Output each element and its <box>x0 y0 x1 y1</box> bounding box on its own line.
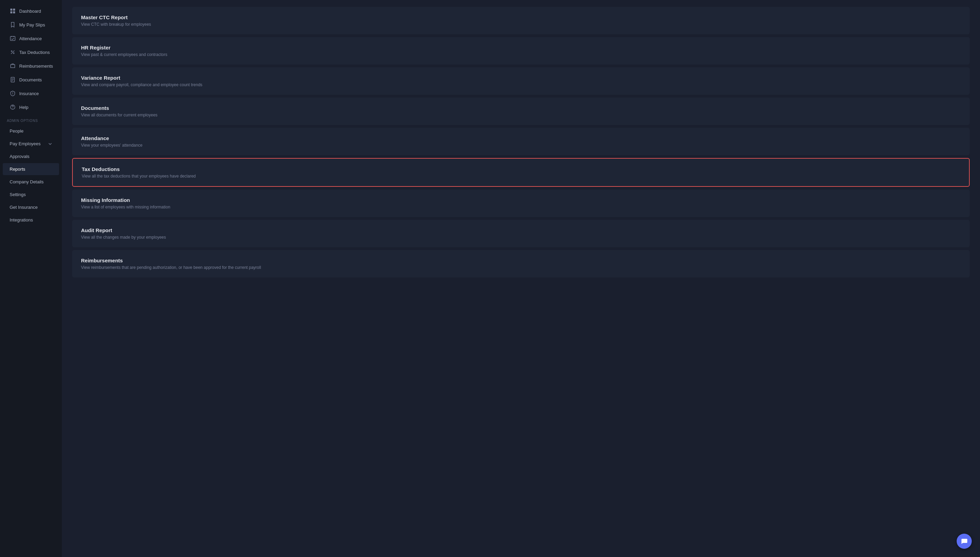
report-card-title-attendance: Attendance <box>81 135 961 141</box>
report-card-desc-attendance: View your employees' attendance <box>81 143 961 148</box>
report-card-desc-tax-deductions: View all the tax deductions that your em… <box>82 174 960 179</box>
sidebar-label-reports: Reports <box>10 166 25 172</box>
sidebar-nav-help[interactable]: Help <box>3 101 59 114</box>
report-card-desc-variance-report: View and compare payroll, compliance and… <box>81 82 961 87</box>
svg-line-8 <box>11 50 15 54</box>
svg-rect-1 <box>13 8 15 11</box>
svg-point-10 <box>13 53 15 54</box>
report-card-title-documents: Documents <box>81 105 961 111</box>
documents-icon <box>10 77 16 83</box>
svg-point-18 <box>12 108 13 109</box>
report-card-title-variance-report: Variance Report <box>81 75 961 81</box>
payslip-icon <box>10 22 16 28</box>
sidebar-label-pay-employees: Pay Employees <box>10 141 41 146</box>
report-card-title-master-ctc: Master CTC Report <box>81 15 961 20</box>
svg-rect-2 <box>10 11 12 13</box>
sidebar-label-my-pay-slips: My Pay Slips <box>19 22 45 28</box>
dashboard-icon <box>10 8 16 14</box>
report-card-reimbursements[interactable]: ReimbursementsView reimbursements that a… <box>72 250 970 277</box>
report-card-master-ctc[interactable]: Master CTC ReportView CTC with breakup f… <box>72 7 970 34</box>
report-card-desc-audit-report: View all the changes made by your employ… <box>81 235 961 240</box>
report-card-attendance[interactable]: AttendanceView your employees' attendanc… <box>72 128 970 155</box>
help-icon <box>10 104 16 110</box>
report-card-desc-hr-register: View past & current employees and contra… <box>81 52 961 57</box>
admin-section-label: ADMIN OPTIONS <box>0 114 62 125</box>
sidebar-nav-documents[interactable]: Documents <box>3 73 59 86</box>
report-card-title-tax-deductions: Tax Deductions <box>82 166 960 172</box>
svg-point-16 <box>12 94 13 94</box>
report-card-desc-reimbursements: View reimbursements that are pending aut… <box>81 265 961 270</box>
svg-rect-3 <box>13 11 15 13</box>
sidebar-label-settings: Settings <box>10 192 26 197</box>
sidebar-label-insurance: Insurance <box>19 91 39 96</box>
insurance-icon <box>10 90 16 96</box>
sidebar-admin-people[interactable]: People <box>3 125 59 137</box>
report-card-missing-information[interactable]: Missing InformationView a list of employ… <box>72 190 970 217</box>
attendance-icon <box>10 35 16 42</box>
sidebar-nav-attendance[interactable]: Attendance <box>3 32 59 45</box>
sidebar: Dashboard My Pay Slips Attendance <box>0 0 62 557</box>
sidebar-label-attendance: Attendance <box>19 36 42 41</box>
svg-point-9 <box>11 51 12 52</box>
report-card-hr-register[interactable]: HR RegisterView past & current employees… <box>72 37 970 65</box>
sidebar-label-integrations: Integrations <box>10 217 33 223</box>
report-card-variance-report[interactable]: Variance ReportView and compare payroll,… <box>72 67 970 95</box>
report-card-desc-documents: View all documents for current employees <box>81 112 961 117</box>
sidebar-label-people: People <box>10 129 23 134</box>
chevron-down-icon <box>48 142 52 146</box>
report-card-documents[interactable]: DocumentsView all documents for current … <box>72 98 970 125</box>
sidebar-admin-approvals[interactable]: Approvals <box>3 150 59 163</box>
sidebar-label-get-insurance: Get Insurance <box>10 205 38 210</box>
tax-icon <box>10 49 16 55</box>
sidebar-label-documents: Documents <box>19 77 42 82</box>
report-card-desc-missing-information: View a list of employees with missing in… <box>81 205 961 210</box>
reimbursements-icon <box>10 63 16 69</box>
sidebar-label-help: Help <box>19 105 29 110</box>
sidebar-admin-settings[interactable]: Settings <box>3 189 59 200</box>
report-card-tax-deductions[interactable]: Tax DeductionsView all the tax deduction… <box>72 158 970 187</box>
report-card-title-hr-register: HR Register <box>81 45 961 50</box>
sidebar-nav-my-pay-slips[interactable]: My Pay Slips <box>3 18 59 31</box>
report-card-desc-master-ctc: View CTC with breakup for employees <box>81 22 961 27</box>
sidebar-nav-insurance[interactable]: Insurance <box>3 87 59 100</box>
sidebar-admin-pay-employees[interactable]: Pay Employees <box>3 138 59 150</box>
report-card-audit-report[interactable]: Audit ReportView all the changes made by… <box>72 220 970 247</box>
sidebar-admin-company-details[interactable]: Company Details <box>3 176 59 188</box>
svg-rect-0 <box>10 8 12 11</box>
chat-bubble[interactable] <box>957 534 972 549</box>
sidebar-admin-integrations[interactable]: Integrations <box>3 214 59 226</box>
chat-icon <box>960 537 968 545</box>
sidebar-nav-dashboard[interactable]: Dashboard <box>3 5 59 18</box>
sidebar-label-approvals: Approvals <box>10 154 29 159</box>
sidebar-label-tax-deductions: Tax Deductions <box>19 50 50 55</box>
svg-marker-4 <box>11 22 14 27</box>
report-card-title-audit-report: Audit Report <box>81 227 961 233</box>
sidebar-admin-reports[interactable]: Reports <box>3 163 59 175</box>
sidebar-admin-get-insurance[interactable]: Get Insurance <box>3 201 59 213</box>
svg-rect-5 <box>10 36 15 41</box>
sidebar-label-reimbursements: Reimbursements <box>19 64 53 69</box>
sidebar-nav-reimbursements[interactable]: Reimbursements <box>3 59 59 72</box>
sidebar-label-company-details: Company Details <box>10 179 44 184</box>
report-card-title-missing-information: Missing Information <box>81 197 961 203</box>
sidebar-label-dashboard: Dashboard <box>19 8 41 14</box>
main-content: Master CTC ReportView CTC with breakup f… <box>62 0 980 557</box>
report-card-title-reimbursements: Reimbursements <box>81 257 961 264</box>
sidebar-nav-tax-deductions[interactable]: Tax Deductions <box>3 46 59 59</box>
